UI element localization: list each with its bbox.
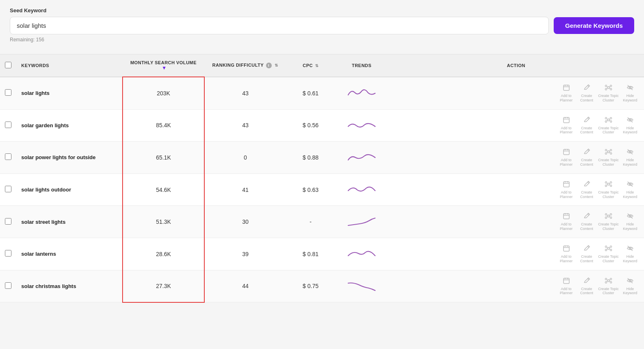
hide-keyword-button[interactable]: HideKeyword — [621, 84, 639, 103]
keyword-cell: solar lights outdoor — [16, 173, 123, 206]
generate-keywords-button[interactable]: Generate Keywords — [554, 17, 634, 34]
keyword-cell: solar street lights — [16, 206, 123, 238]
rd-cell: 41 — [204, 173, 286, 206]
svg-line-20 — [588, 118, 589, 119]
svg-line-60 — [606, 185, 608, 185]
hide-icon — [626, 277, 634, 286]
svg-point-69 — [607, 215, 609, 217]
create-content-button[interactable]: CreateContent — [578, 245, 596, 263]
table-row: solar power lights for outside65.1K0$ 0.… — [0, 142, 644, 174]
create-topic-cluster-label: Create TopicCluster — [598, 94, 619, 103]
row-checkbox[interactable] — [5, 153, 11, 160]
row-checkbox-cell — [0, 238, 16, 270]
svg-line-36 — [588, 150, 589, 151]
action-cell: Add toPlanner CreateContent Create Topic… — [388, 238, 644, 270]
svg-line-93 — [609, 249, 610, 249]
row-checkbox[interactable] — [5, 186, 11, 192]
table-row: solar street lights51.3K30- Add toPlanne… — [0, 206, 644, 238]
row-checkbox[interactable] — [5, 282, 11, 289]
add-to-planner-button[interactable]: Add toPlanner — [557, 180, 575, 199]
rd-cell: 44 — [204, 270, 286, 302]
hide-keyword-button[interactable]: HideKeyword — [621, 277, 639, 296]
svg-line-84 — [588, 246, 589, 248]
svg-line-29 — [609, 120, 610, 121]
trend-cell — [335, 238, 388, 270]
action-group: Add toPlanner CreateContent Create Topic… — [393, 245, 639, 263]
hide-keyword-button[interactable]: HideKeyword — [621, 148, 639, 167]
create-content-label: CreateContent — [580, 222, 593, 231]
svg-line-59 — [609, 183, 610, 183]
table-row: solar lights outdoor54.6K41$ 0.63 Add to… — [0, 173, 644, 206]
row-checkbox[interactable] — [5, 89, 11, 96]
svg-rect-96 — [564, 278, 569, 284]
create-content-button[interactable]: CreateContent — [578, 116, 596, 135]
svg-line-111 — [628, 278, 633, 283]
hide-keyword-button[interactable]: HideKeyword — [621, 212, 639, 231]
svg-line-45 — [609, 153, 610, 153]
add-to-planner-button[interactable]: Add toPlanner — [557, 245, 575, 263]
hide-icon — [626, 245, 634, 254]
table-row: solar garden lights85.4K43$ 0.56 Add toP… — [0, 109, 644, 142]
svg-line-109 — [609, 281, 610, 281]
add-to-planner-button[interactable]: Add toPlanner — [557, 212, 575, 231]
header-msv[interactable]: MONTHLY SEARCH VOLUME ▼ — [123, 54, 204, 77]
create-topic-cluster-button[interactable]: Create TopicCluster — [598, 180, 619, 199]
create-topic-cluster-button[interactable]: Create TopicCluster — [598, 212, 619, 231]
seed-keyword-input[interactable] — [10, 17, 549, 34]
seed-keyword-label: Seed Keyword — [10, 7, 634, 14]
svg-line-79 — [628, 214, 633, 218]
row-checkbox[interactable] — [5, 122, 11, 128]
edit-icon — [583, 212, 590, 221]
add-to-planner-button[interactable]: Add toPlanner — [557, 84, 575, 103]
hide-keyword-button[interactable]: HideKeyword — [621, 180, 639, 199]
cluster-icon — [605, 245, 612, 254]
sparkline-icon — [347, 150, 376, 164]
edit-icon — [583, 84, 590, 93]
svg-line-92 — [606, 249, 608, 249]
svg-line-106 — [606, 279, 608, 280]
add-to-planner-label: Add toPlanner — [560, 126, 572, 135]
trend-cell — [335, 142, 388, 174]
remaining-text: Remaining: 156 — [10, 37, 634, 43]
svg-line-63 — [628, 182, 633, 187]
add-to-planner-button[interactable]: Add toPlanner — [557, 148, 575, 167]
msv-cell: 203K — [123, 77, 204, 109]
create-content-button[interactable]: CreateContent — [578, 84, 596, 103]
hide-keyword-button[interactable]: HideKeyword — [621, 116, 639, 135]
header-rd[interactable]: RANKING DIFFICULTY i ⇅ — [204, 54, 286, 77]
add-to-planner-label: Add toPlanner — [560, 94, 572, 103]
action-cell: Add toPlanner CreateContent Create Topic… — [388, 206, 644, 238]
calendar-icon — [563, 148, 570, 157]
action-group: Add toPlanner CreateContent Create Topic… — [393, 180, 639, 199]
create-content-button[interactable]: CreateContent — [578, 148, 596, 167]
add-to-planner-label: Add toPlanner — [560, 254, 572, 263]
add-to-planner-button[interactable]: Add toPlanner — [557, 277, 575, 296]
create-content-button[interactable]: CreateContent — [578, 180, 596, 199]
create-topic-cluster-button[interactable]: Create TopicCluster — [598, 116, 619, 135]
create-topic-cluster-button[interactable]: Create TopicCluster — [598, 245, 619, 263]
trend-cell — [335, 77, 388, 109]
svg-line-42 — [606, 151, 608, 151]
select-all-checkbox[interactable] — [5, 62, 11, 68]
create-topic-cluster-button[interactable]: Create TopicCluster — [598, 277, 619, 296]
create-topic-cluster-button[interactable]: Create TopicCluster — [598, 84, 619, 103]
trend-cell — [335, 109, 388, 142]
add-to-planner-button[interactable]: Add toPlanner — [557, 116, 575, 135]
cluster-icon — [605, 180, 612, 189]
table-body: solar lights203K43$ 0.61 Add toPlanner C… — [0, 77, 644, 302]
svg-point-37 — [607, 151, 609, 153]
svg-line-43 — [609, 151, 610, 151]
hide-keyword-label: HideKeyword — [623, 158, 637, 167]
hide-keyword-label: HideKeyword — [623, 126, 637, 135]
header-cpc[interactable]: CPC ⇅ — [286, 54, 335, 77]
cluster-icon — [605, 148, 612, 157]
row-checkbox[interactable] — [5, 218, 11, 225]
hide-keyword-button[interactable]: HideKeyword — [621, 245, 639, 263]
row-checkbox[interactable] — [5, 250, 11, 257]
create-content-button[interactable]: CreateContent — [578, 212, 596, 231]
cpc-sort-icon: ⇅ — [315, 63, 318, 68]
create-topic-cluster-button[interactable]: Create TopicCluster — [598, 148, 619, 167]
sparkline-icon — [347, 86, 376, 100]
create-content-button[interactable]: CreateContent — [578, 277, 596, 296]
svg-point-21 — [607, 119, 609, 121]
